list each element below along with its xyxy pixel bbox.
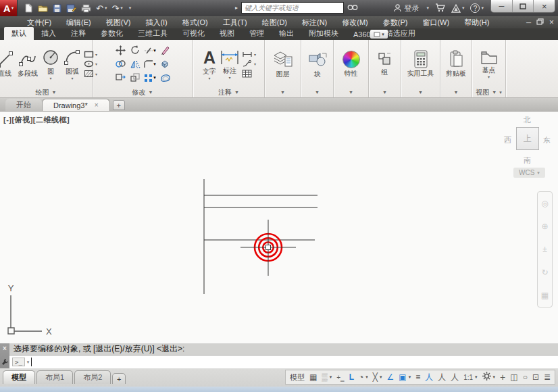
layout-tab-layout2[interactable]: 布局2 <box>74 370 111 384</box>
object-snap-toggle[interactable]: ▣ <box>399 372 406 382</box>
ribbon-tab-output[interactable]: 输出 <box>272 27 301 40</box>
dimension-button[interactable]: 标注 ▾ <box>219 49 240 80</box>
ribbon-tab-annotate[interactable]: 注释 <box>64 27 93 40</box>
annotate-panel-label[interactable]: 注释▼ <box>193 87 264 97</box>
layers-panel-label[interactable]: ▼ <box>265 87 301 97</box>
erase-button[interactable] <box>161 45 170 56</box>
new-drawing-tab-button[interactable]: + <box>113 100 125 110</box>
table-button[interactable] <box>242 70 256 78</box>
command-close-button[interactable]: × <box>3 345 7 352</box>
search-icon[interactable] <box>347 3 358 13</box>
group-panel-label[interactable]: ▼ <box>369 87 401 97</box>
draw-panel-label[interactable]: 绘图▼ <box>0 87 92 97</box>
block-button[interactable]: 块 <box>306 49 329 80</box>
isolate-objects-toggle[interactable]: ◫ <box>510 372 517 382</box>
block-panel-label[interactable]: ▼ <box>301 87 333 97</box>
rotate-button[interactable] <box>130 45 140 56</box>
chevron-down-icon[interactable]: ▾ <box>105 5 107 11</box>
chevron-down-icon[interactable]: ▾ <box>208 77 210 80</box>
file-tab-start[interactable]: 开始 <box>5 99 42 111</box>
workspace-switching-gear[interactable] <box>482 372 491 383</box>
chevron-down-icon[interactable]: ▾ <box>27 360 30 365</box>
chevron-down-icon[interactable]: ▾ <box>330 374 332 380</box>
leader-button[interactable]: ▾ <box>242 51 256 58</box>
command-prompt-chip[interactable]: >_ <box>12 358 25 366</box>
move-button[interactable] <box>116 45 126 57</box>
open-file-button[interactable] <box>38 4 48 13</box>
layers-button[interactable]: 图层 <box>272 49 295 80</box>
doc-minimize-button[interactable]: ─ <box>526 19 531 26</box>
chevron-down-icon[interactable]: ▾ <box>475 374 478 380</box>
maximize-button[interactable] <box>513 0 534 12</box>
layout-tab-layout1[interactable]: 布局1 <box>36 370 73 384</box>
mirror-button[interactable] <box>130 59 141 70</box>
chevron-down-icon[interactable]: ▾ <box>71 77 73 80</box>
hardware-acceleration-toggle[interactable]: ○ <box>523 372 528 382</box>
app-store-cart-icon[interactable] <box>435 3 445 14</box>
properties-button[interactable]: 特性 <box>341 50 361 79</box>
model-space[interactable]: Y X <box>0 112 558 343</box>
showmotion-icon[interactable]: ▦ <box>541 291 549 299</box>
chevron-down-icon[interactable]: ▾ <box>49 77 51 80</box>
base-point-button[interactable]: 基点 ▾ <box>479 49 499 79</box>
chevron-down-icon[interactable]: ▾ <box>228 76 230 79</box>
plot-button[interactable] <box>81 4 91 13</box>
model-space-toggle[interactable]: 模型 <box>290 372 305 383</box>
offset-button[interactable] <box>160 73 170 83</box>
multileader-button[interactable]: ▾ <box>242 60 256 68</box>
viewcube-top-face[interactable]: 上 <box>516 127 539 150</box>
explode-button[interactable] <box>160 59 170 70</box>
ribbon-minimize-button[interactable]: ▾ <box>370 30 388 39</box>
array-button[interactable]: ▾ <box>144 74 156 82</box>
file-tab-drawing3[interactable]: Drawing3*× <box>42 99 110 111</box>
viewcube-south[interactable]: 南 <box>524 155 531 166</box>
annotation-autoscale-toggle[interactable]: 人 <box>438 372 446 383</box>
lineweight-toggle[interactable]: ≡ <box>415 372 420 382</box>
ortho-mode-toggle[interactable]: L <box>349 372 354 382</box>
doc-restore-button[interactable] <box>536 18 544 26</box>
viewport-controls-label[interactable]: [-][俯视][二维线框] <box>3 115 70 125</box>
infocenter-collapse-arrow[interactable]: ▸ <box>235 5 238 11</box>
ribbon-tab-visualize[interactable]: 可视化 <box>175 27 212 40</box>
close-icon[interactable]: × <box>95 101 99 109</box>
new-layout-button[interactable]: + <box>112 373 126 384</box>
ribbon-tab-view[interactable]: 视图 <box>212 27 242 40</box>
isometric-drafting-toggle[interactable]: ╳ <box>373 372 378 382</box>
ribbon-tab-3dtools[interactable]: 三维工具 <box>130 27 175 40</box>
group-button[interactable]: 组 <box>376 51 394 78</box>
utilities-panel-label[interactable]: ▼ <box>401 87 440 97</box>
full-navigation-wheel-icon[interactable]: ◎ <box>541 199 548 207</box>
chevron-down-icon[interactable]: ▾ <box>120 5 123 11</box>
chevron-down-icon[interactable]: ▾ <box>380 374 382 380</box>
ribbon-tab-manage[interactable]: 管理 <box>242 27 272 40</box>
properties-panel-label[interactable]: ▼ <box>334 87 368 97</box>
dynamic-input-toggle[interactable]: +‗ <box>336 374 344 381</box>
pan-icon[interactable]: ⊕ <box>541 222 548 230</box>
circle-button[interactable]: 圆 ▾ <box>41 48 61 80</box>
modify-panel-label[interactable]: 修改▼ <box>93 87 193 97</box>
panel-expand-icon[interactable]: ▾ <box>499 90 502 95</box>
chevron-down-icon[interactable]: ▾ <box>365 374 368 380</box>
exchange-apps-button[interactable]: ▾ <box>451 4 465 13</box>
snap-mode-toggle[interactable]: ▒ <box>322 372 328 382</box>
text-button[interactable]: A 文字 ▾ <box>201 48 218 80</box>
command-customize-wrench-icon[interactable] <box>1 358 8 367</box>
polyline-button[interactable]: 多段线 <box>16 50 39 79</box>
drawing-canvas[interactable]: Y X <box>0 112 558 343</box>
copy-button[interactable] <box>116 59 126 70</box>
new-file-button[interactable] <box>24 3 33 13</box>
chevron-down-icon[interactable]: ▾ <box>409 374 411 380</box>
chevron-down-icon[interactable]: ▾ <box>488 76 490 78</box>
trim-button[interactable]: ▾ <box>144 47 156 55</box>
viewcube-east[interactable]: 东 <box>543 135 551 145</box>
utilities-button[interactable]: 实用工具 <box>406 49 436 79</box>
chevron-down-icon[interactable]: ▾ <box>426 5 429 11</box>
close-button[interactable]: × <box>534 0 555 12</box>
ribbon-tab-parametric[interactable]: 参数化 <box>93 27 130 40</box>
ribbon-tab-addins[interactable]: 附加模块 <box>301 27 346 40</box>
redo-button[interactable]: ↷▾ <box>111 3 122 14</box>
minimize-button[interactable]: ─ <box>491 0 513 12</box>
command-input-line[interactable]: >_ ▾ <box>9 356 558 368</box>
qat-customize-button[interactable]: ▾ <box>128 5 132 11</box>
polar-tracking-toggle[interactable]: ◔ <box>359 372 363 382</box>
